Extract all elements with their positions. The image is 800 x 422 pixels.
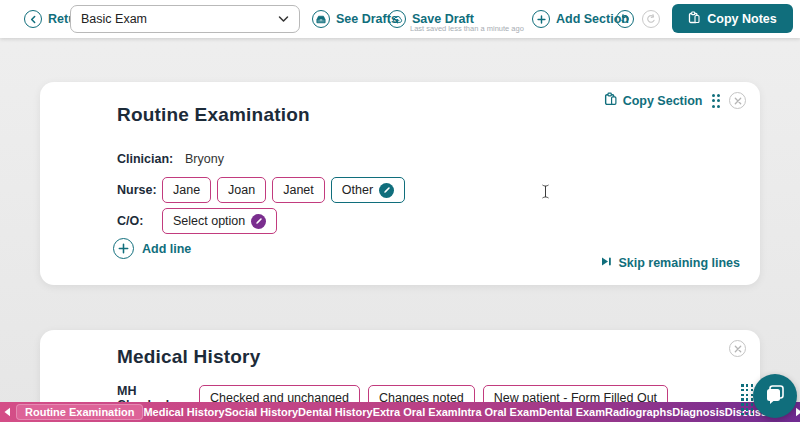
nurse-option-other[interactable]: Other	[331, 177, 405, 203]
clinician-value[interactable]: Bryony	[185, 152, 224, 166]
chat-widget-button[interactable]	[753, 374, 797, 418]
top-toolbar: Return Basic Exam See Drafts Save Draft …	[0, 0, 800, 38]
close-section-button[interactable]	[729, 340, 746, 357]
section-tools: Copy Section	[604, 92, 746, 109]
copy-section-label: Copy Section	[623, 94, 703, 108]
exam-notes-app: Return Basic Exam See Drafts Save Draft …	[0, 0, 800, 422]
text-cursor	[541, 184, 550, 203]
cloud-upload-icon	[388, 10, 406, 28]
skip-label: Skip remaining lines	[618, 256, 740, 270]
co-label: C/O:	[117, 214, 153, 228]
chip-label: Select option	[173, 214, 245, 228]
drag-handle-icon[interactable]	[712, 94, 721, 108]
chevron-left-icon	[24, 10, 42, 28]
nurse-option-jane[interactable]: Jane	[162, 177, 211, 203]
template-dropdown-value: Basic Exam	[81, 12, 147, 26]
add-section-button[interactable]: Add Section	[532, 10, 629, 28]
routine-examination-section: Copy Section Routine Examination Clinici…	[40, 82, 760, 285]
clinician-row: Clinician: Bryony	[117, 152, 224, 166]
see-drafts-button[interactable]: See Drafts	[312, 10, 398, 28]
chat-bubble-icon	[764, 383, 786, 409]
nav-tab-medical-history[interactable]: Medical History	[143, 406, 224, 418]
redo-button[interactable]	[642, 10, 660, 28]
clipboard-icon	[688, 11, 700, 27]
nav-tab-intra-oral-exam[interactable]: Intra Oral Exam	[458, 406, 539, 418]
chip-label: Other	[342, 183, 373, 197]
add-line-label: Add line	[142, 242, 191, 256]
chip-label: Jane	[173, 183, 200, 197]
section-title: Medical History	[117, 346, 260, 368]
nurse-row: Nurse: Jane Joan Janet Other	[117, 177, 405, 203]
nav-tab-dental-history[interactable]: Dental History	[298, 406, 373, 418]
redo-icon	[642, 10, 660, 28]
edit-pencil-icon	[251, 214, 266, 229]
chevron-down-icon	[278, 12, 289, 26]
close-section-button[interactable]	[729, 92, 746, 109]
nav-tab-dental-exam[interactable]: Dental Exam	[539, 406, 605, 418]
edit-pencil-icon	[379, 183, 394, 198]
nav-scroll-left-button[interactable]	[0, 407, 14, 417]
plus-icon	[113, 238, 134, 259]
undo-button[interactable]	[616, 10, 634, 28]
co-row: C/O: Select option	[117, 208, 277, 234]
clipboard-icon	[604, 92, 617, 109]
section-title: Routine Examination	[117, 104, 310, 126]
copy-notes-button[interactable]: Copy Notes	[672, 4, 793, 33]
co-select-chip[interactable]: Select option	[162, 208, 277, 234]
skip-remaining-lines-button[interactable]: Skip remaining lines	[601, 256, 740, 270]
section-nav-bar: Routine Examination Medical History Soci…	[0, 402, 800, 422]
undo-icon	[616, 10, 634, 28]
chip-label: Janet	[283, 183, 314, 197]
skip-forward-icon	[601, 256, 612, 270]
nurse-option-janet[interactable]: Janet	[272, 177, 325, 203]
chip-label: Joan	[228, 183, 255, 197]
copy-section-button[interactable]: Copy Section	[604, 92, 703, 109]
add-line-button[interactable]: Add line	[113, 238, 191, 259]
nurse-label: Nurse:	[117, 183, 153, 197]
clinician-label: Clinician:	[117, 152, 175, 166]
nav-tabs: Routine Examination Medical History Soci…	[14, 404, 792, 420]
template-dropdown[interactable]: Basic Exam	[70, 5, 300, 33]
nurse-option-joan[interactable]: Joan	[217, 177, 266, 203]
nav-tab-diagnosis[interactable]: Diagnosis	[672, 406, 725, 418]
nav-tab-extra-oral-exam[interactable]: Extra Oral Exam	[373, 406, 458, 418]
widget-drag-dots-icon	[741, 384, 753, 415]
nav-tab-radiographs[interactable]: Radiographs	[605, 406, 672, 418]
section-tools	[729, 340, 746, 357]
drafts-icon	[312, 10, 330, 28]
copy-notes-label: Copy Notes	[707, 12, 776, 26]
plus-icon	[532, 10, 550, 28]
save-draft-status: Last saved less than a minute ago	[410, 24, 524, 33]
nav-tab-social-history[interactable]: Social History	[225, 406, 298, 418]
nav-tab-routine-examination[interactable]: Routine Examination	[16, 404, 143, 420]
